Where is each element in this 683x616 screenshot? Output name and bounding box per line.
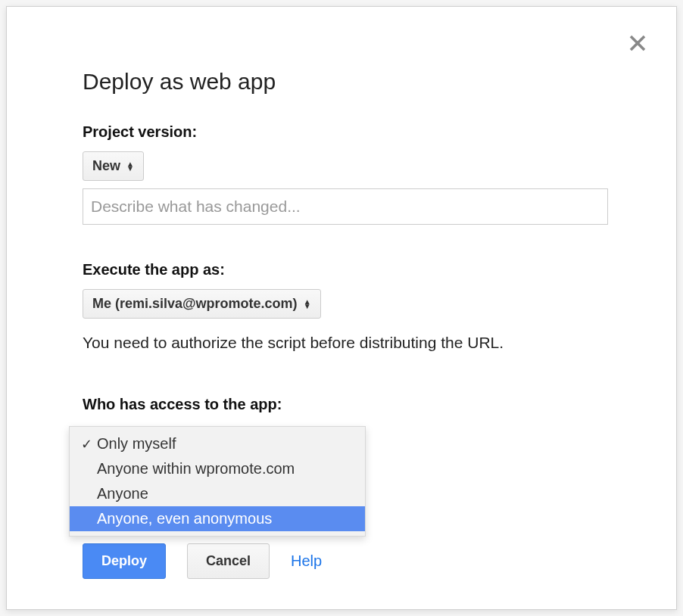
access-option-only-myself[interactable]: ✓ Only myself — [70, 431, 365, 456]
menu-label: Only myself — [95, 435, 176, 453]
caret-updown-icon: ▲▼ — [304, 300, 311, 309]
access-label: Who has access to the app: — [83, 396, 608, 413]
access-option-anyone[interactable]: Anyone — [70, 481, 365, 506]
access-section: Who has access to the app: — [83, 396, 608, 413]
execute-as-select[interactable]: Me (remi.silva@wpromote.com) ▲▼ — [83, 289, 321, 319]
deploy-dialog: Deploy as web app Project version: New ▲… — [6, 6, 677, 610]
project-version-select[interactable]: New ▲▼ — [83, 151, 144, 181]
execute-as-section: Execute the app as: Me (remi.silva@wprom… — [83, 261, 608, 352]
dialog-button-row: Deploy Cancel Help — [83, 543, 322, 579]
dialog-inner: Deploy as web app Project version: New ▲… — [7, 7, 676, 609]
project-version-label: Project version: — [83, 123, 608, 141]
execute-as-label: Execute the app as: — [83, 261, 608, 278]
authorize-note: You need to authorize the script before … — [83, 334, 608, 352]
project-version-value: New — [92, 158, 120, 174]
dialog-title: Deploy as web app — [83, 69, 608, 95]
deploy-button[interactable]: Deploy — [83, 543, 166, 579]
cancel-button[interactable]: Cancel — [187, 543, 270, 579]
execute-as-value: Me (remi.silva@wpromote.com) — [92, 296, 298, 312]
version-description-input[interactable] — [83, 188, 608, 225]
menu-label: Anyone, even anonymous — [95, 510, 272, 527]
project-version-section: Project version: New ▲▼ — [83, 123, 608, 225]
access-option-within-domain[interactable]: Anyone within wpromote.com — [70, 456, 365, 481]
help-link[interactable]: Help — [291, 552, 322, 570]
access-option-anyone-anonymous[interactable]: Anyone, even anonymous — [70, 506, 365, 531]
close-icon[interactable] — [629, 31, 646, 55]
menu-label: Anyone — [95, 485, 148, 502]
check-icon: ✓ — [77, 436, 95, 453]
menu-label: Anyone within wpromote.com — [95, 460, 295, 478]
access-dropdown-menu[interactable]: ✓ Only myself Anyone within wpromote.com… — [69, 426, 366, 537]
caret-updown-icon: ▲▼ — [126, 162, 134, 171]
